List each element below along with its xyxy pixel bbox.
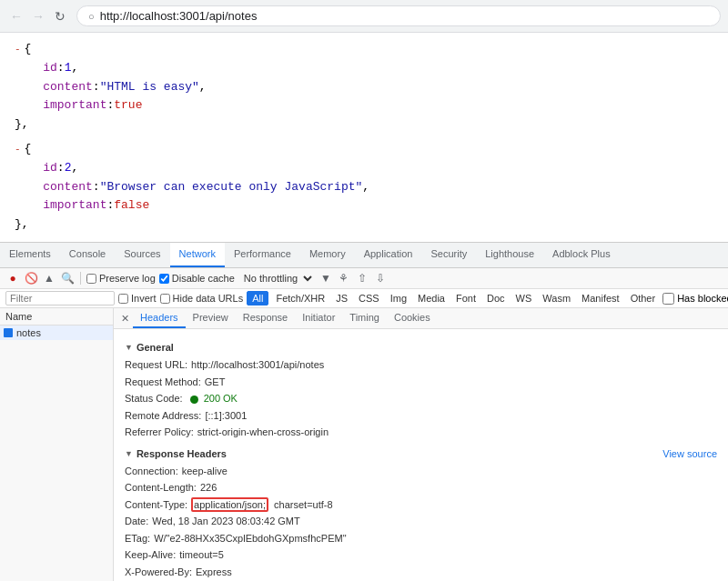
filter-manifest-btn[interactable]: Manifest <box>578 292 623 305</box>
header-value: [::1]:3001 <box>205 408 247 424</box>
sub-tab-cookies[interactable]: Cookies <box>387 308 438 328</box>
invert-checkbox[interactable] <box>118 294 128 304</box>
tab-elements[interactable]: Elements <box>0 243 60 267</box>
clear-icon[interactable]: 🚫 <box>24 271 38 285</box>
has-blocked-cookies-text: Has blocked cookies <box>677 293 728 304</box>
header-key: Content-Length: <box>125 480 197 496</box>
header-row-referrer-policy: Referrer Policy: strict-origin-when-cros… <box>125 424 717 441</box>
invert-label[interactable]: Invert <box>118 293 157 304</box>
url-text: http://localhost:3001/api/notes <box>100 9 258 23</box>
nav-buttons: ← → ↻ <box>7 7 69 25</box>
header-value: http://localhost:3001/api/notes <box>191 357 324 373</box>
filter-media-btn[interactable]: Media <box>414 292 449 305</box>
tab-security[interactable]: Security <box>421 243 476 267</box>
header-row-date: Date: Wed, 18 Jan 2023 08:03:42 GMT <box>125 513 717 530</box>
devtools-main: Name notes ✕ Headers Preview Response In… <box>0 308 728 581</box>
filter-js-btn[interactable]: JS <box>332 292 351 305</box>
browser-chrome: ← → ↻ ○ http://localhost:3001/api/notes <box>0 0 728 33</box>
record-icon[interactable]: ● <box>5 271 20 285</box>
filter-css-btn[interactable]: CSS <box>355 292 383 305</box>
header-value: keep-alive <box>182 464 228 479</box>
header-row-keep-alive: Keep-Alive: timeout=5 <box>125 546 717 564</box>
response-headers-sep: Response Headers View source <box>125 448 717 459</box>
header-key: Status Code: <box>125 391 183 406</box>
back-button[interactable]: ← <box>7 7 25 25</box>
tab-sources[interactable]: Sources <box>115 243 169 267</box>
header-value: GET <box>205 375 226 390</box>
sub-tab-response[interactable]: Response <box>236 308 296 328</box>
filter-wasm-btn[interactable]: Wasm <box>539 292 574 305</box>
header-value-content-type: application/json; charset=utf-8 <box>191 497 333 513</box>
header-key: X-Powered-By: <box>125 565 192 580</box>
headers-content: General Request URL: http://localhost:30… <box>114 329 728 581</box>
reload-button[interactable]: ↻ <box>51 7 69 25</box>
filter-all-btn[interactable]: All <box>247 291 268 306</box>
tab-console[interactable]: Console <box>60 243 115 267</box>
filter-img-btn[interactable]: Img <box>387 292 410 305</box>
header-row-remote-address: Remote Address: [::1]:3001 <box>125 407 717 425</box>
header-key: Request Method: <box>125 375 201 390</box>
status-indicator <box>190 396 198 404</box>
header-row-etag: ETag: W/"e2-88HXx35CxplEbdohGXpmsfhcPEM" <box>125 530 717 547</box>
has-blocked-cookies: Has blocked cookies <box>662 293 728 305</box>
sub-tab-timing[interactable]: Timing <box>342 308 387 328</box>
header-value: strict-origin-when-cross-origin <box>197 425 329 440</box>
header-value: Express <box>196 565 232 580</box>
request-item-name: notes <box>16 327 41 338</box>
sub-tab-preview[interactable]: Preview <box>186 308 236 328</box>
filter-ws-btn[interactable]: WS <box>512 292 536 305</box>
headers-panel: ✕ Headers Preview Response Initiator Tim… <box>114 308 728 581</box>
filter-fetch-xhr-btn[interactable]: Fetch/XHR <box>272 292 329 305</box>
sub-tabs: ✕ Headers Preview Response Initiator Tim… <box>114 308 728 329</box>
response-headers-title: Response Headers <box>125 448 227 459</box>
preserve-log-label[interactable]: Preserve log <box>86 273 156 284</box>
request-item-icon <box>4 328 13 337</box>
hide-data-urls-text: Hide data URLs <box>173 293 244 304</box>
request-item-notes[interactable]: notes <box>0 326 113 340</box>
throttle-select[interactable]: No throttling <box>238 272 315 285</box>
hide-data-urls-checkbox[interactable] <box>160 294 170 304</box>
preserve-log-checkbox[interactable] <box>86 274 96 284</box>
tab-network[interactable]: Network <box>170 243 225 267</box>
header-row-content-length: Content-Length: 226 <box>125 479 717 496</box>
search-icon[interactable]: 🔍 <box>60 271 75 285</box>
filter-bar: Invert Hide data URLs All Fetch/XHR JS C… <box>0 289 728 308</box>
view-source-link[interactable]: View source <box>662 448 717 459</box>
header-key: Remote Address: <box>125 408 201 424</box>
filter-doc-btn[interactable]: Doc <box>483 292 509 305</box>
sub-tab-initiator[interactable]: Initiator <box>295 308 342 328</box>
export-icon[interactable]: ⇩ <box>373 271 388 285</box>
address-bar[interactable]: ○ http://localhost:3001/api/notes <box>76 5 721 26</box>
header-key-content-type: Content-Type: <box>125 497 187 513</box>
header-key: Request URL: <box>125 357 187 373</box>
disable-cache-checkbox[interactable] <box>159 274 169 284</box>
general-section-title: General <box>125 342 717 353</box>
tab-application[interactable]: Application <box>355 243 422 267</box>
sub-tab-close[interactable]: ✕ <box>117 309 133 328</box>
tab-memory[interactable]: Memory <box>300 243 355 267</box>
header-row-request-method: Request Method: GET <box>125 374 717 391</box>
header-key: Referrer Policy: <box>125 425 194 440</box>
tab-adblock[interactable]: Adblock Plus <box>543 243 620 267</box>
filter-icon[interactable]: ▲ <box>42 271 56 285</box>
filter-input[interactable] <box>5 291 115 306</box>
throttle-down-icon[interactable]: ▼ <box>318 271 333 285</box>
header-row-status-code: Status Code: 200 OK <box>125 390 717 407</box>
status-code-text: 200 OK <box>204 393 238 404</box>
forward-button[interactable]: → <box>29 7 47 25</box>
import-icon[interactable]: ⇧ <box>355 271 369 285</box>
tab-lighthouse[interactable]: Lighthouse <box>476 243 543 267</box>
has-blocked-cookies-checkbox[interactable] <box>662 293 674 305</box>
sub-tab-headers[interactable]: Headers <box>133 308 186 328</box>
hide-data-urls-label[interactable]: Hide data URLs <box>160 293 244 304</box>
filter-font-btn[interactable]: Font <box>452 292 480 305</box>
filter-other-btn[interactable]: Other <box>627 292 660 305</box>
header-row-content-type: Content-Type: application/json; charset=… <box>125 496 717 514</box>
header-row-x-powered-by: X-Powered-By: Express <box>125 564 717 581</box>
tab-performance[interactable]: Performance <box>225 243 300 267</box>
content-type-highlight: application/json; <box>191 497 268 512</box>
invert-text: Invert <box>131 293 157 304</box>
preserve-log-text: Preserve log <box>99 273 156 284</box>
network-conditions-icon[interactable]: ⚘ <box>337 271 351 285</box>
disable-cache-label[interactable]: Disable cache <box>159 273 235 284</box>
